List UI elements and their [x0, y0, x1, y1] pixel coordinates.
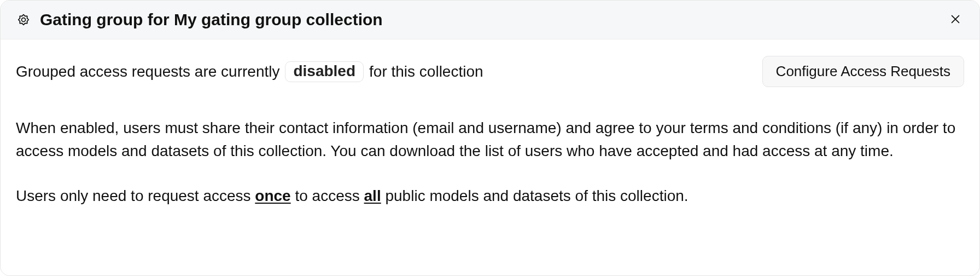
para2-text-a: Users only need to request access: [16, 187, 255, 204]
svg-point-0: [22, 18, 26, 22]
description: When enabled, users must share their con…: [16, 117, 964, 208]
description-paragraph-2: Users only need to request access once t…: [16, 185, 964, 208]
close-icon: [949, 13, 961, 27]
status-text: Grouped access requests are currently di…: [16, 61, 751, 82]
para2-text-b: to access: [291, 187, 364, 204]
panel-title: Gating group for My gating group collect…: [40, 10, 938, 29]
panel-header: Gating group for My gating group collect…: [1, 1, 979, 39]
para2-text-c: public models and datasets of this colle…: [381, 187, 689, 204]
status-row: Grouped access requests are currently di…: [16, 56, 964, 87]
description-paragraph-1: When enabled, users must share their con…: [16, 117, 964, 163]
emphasis-once: once: [255, 187, 290, 204]
gating-group-icon: [16, 12, 31, 27]
status-pill: disabled: [285, 61, 364, 82]
close-button[interactable]: [947, 11, 964, 28]
emphasis-all: all: [364, 187, 381, 204]
configure-access-requests-button[interactable]: Configure Access Requests: [762, 56, 964, 87]
status-suffix: for this collection: [369, 63, 483, 81]
status-prefix: Grouped access requests are currently: [16, 63, 279, 81]
panel-body: Grouped access requests are currently di…: [1, 39, 979, 275]
gating-group-panel: Gating group for My gating group collect…: [0, 0, 980, 276]
